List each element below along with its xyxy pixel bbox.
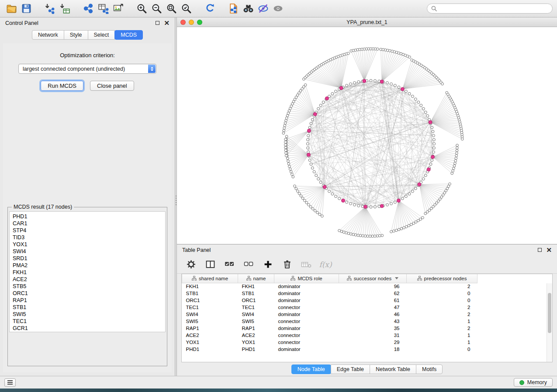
hide-graphics-button[interactable] (256, 2, 270, 15)
mcds-result-node[interactable]: TID3 (13, 234, 165, 241)
mcds-hub-node[interactable] (380, 80, 384, 83)
leaf-node[interactable] (287, 112, 290, 115)
graph-node[interactable] (307, 134, 310, 137)
table-cell[interactable]: dominator (274, 325, 339, 332)
graph-node[interactable] (310, 163, 312, 165)
table-cell[interactable]: dominator (274, 297, 339, 304)
zoom-fit-button[interactable] (164, 2, 178, 15)
leaf-node[interactable] (456, 149, 458, 152)
leaf-node[interactable] (381, 234, 384, 237)
tab-edge-table[interactable]: Edge Table (331, 364, 370, 374)
graph-node[interactable] (308, 126, 311, 129)
table-cell[interactable]: 62 (339, 290, 407, 297)
graph-node[interactable] (431, 126, 433, 129)
graph-node[interactable] (432, 147, 435, 149)
new-network-button[interactable] (81, 2, 95, 15)
window-close-icon[interactable] (180, 20, 186, 25)
graph-node[interactable] (331, 193, 334, 195)
table-cell[interactable]: 35 (339, 325, 407, 332)
graph-node[interactable] (317, 178, 320, 180)
mcds-result-node[interactable]: TEC1 (13, 318, 165, 325)
mcds-result-node[interactable]: CAR1 (13, 220, 165, 227)
table-cell[interactable]: ACE2 (238, 332, 274, 339)
mcds-result-node[interactable]: PMA2 (13, 262, 165, 269)
mcds-result-node[interactable]: PHD1 (13, 213, 165, 220)
import-network-file-button[interactable] (43, 2, 57, 15)
leaf-node[interactable] (282, 132, 285, 134)
search-box[interactable] (427, 3, 553, 14)
leaf-node[interactable] (419, 218, 422, 220)
leaf-node[interactable] (284, 124, 286, 127)
graph-node[interactable] (319, 181, 322, 184)
add-column-button[interactable] (263, 259, 273, 270)
table-cell[interactable]: dominator (274, 283, 339, 290)
table-cell[interactable]: RAP1 (182, 325, 238, 332)
graph-node[interactable] (433, 142, 436, 145)
table-cell[interactable]: dominator (274, 346, 339, 353)
leaf-node[interactable] (305, 201, 308, 204)
table-cell[interactable]: 46 (339, 311, 407, 318)
table-cell[interactable]: 2 (407, 325, 477, 332)
table-cell[interactable]: 18 (339, 346, 407, 353)
table-settings-button[interactable] (186, 259, 196, 270)
graph-node[interactable] (370, 206, 372, 208)
graph-node[interactable] (315, 174, 318, 177)
table-cell[interactable]: dominator (274, 311, 339, 318)
leaf-node[interactable] (453, 167, 455, 170)
clear-column-selection-button[interactable] (243, 259, 254, 270)
leaf-node[interactable] (451, 172, 453, 175)
graph-node[interactable] (349, 202, 352, 205)
leaf-node[interactable] (452, 170, 454, 172)
table-cell[interactable]: 61 (339, 297, 407, 304)
leaf-node[interactable] (453, 165, 456, 167)
graph-node[interactable] (422, 107, 425, 110)
table-row[interactable]: ORC1ORC1dominator610 (182, 297, 477, 304)
table-cell[interactable]: 1 (407, 339, 477, 346)
leaf-node[interactable] (284, 146, 287, 149)
leaf-node[interactable] (285, 152, 287, 155)
graph-node[interactable] (370, 79, 372, 82)
leaf-node[interactable] (287, 162, 290, 165)
leaf-node[interactable] (376, 48, 379, 51)
leaf-node[interactable] (301, 197, 304, 199)
tab-node-table[interactable]: Node Table (291, 364, 331, 374)
leaf-node[interactable] (392, 230, 395, 232)
leaf-node[interactable] (408, 224, 410, 227)
leaf-node[interactable] (283, 127, 286, 129)
leaf-node[interactable] (287, 160, 290, 162)
zoom-selected-button[interactable] (179, 2, 193, 15)
graph-node[interactable] (319, 104, 322, 107)
table-cell[interactable]: FKH1 (238, 283, 274, 290)
zoom-in-button[interactable] (135, 2, 149, 15)
graph-node[interactable] (386, 82, 388, 84)
graph-node[interactable] (426, 114, 429, 117)
graph-node[interactable] (357, 204, 360, 207)
mcds-hub-node[interactable] (363, 79, 366, 83)
table-cell[interactable]: dominator (274, 290, 339, 297)
tab-select[interactable]: Select (88, 30, 115, 40)
mcds-hub-node[interactable] (323, 185, 326, 189)
graph-node[interactable] (310, 122, 312, 125)
graph-node[interactable] (374, 79, 376, 82)
leaf-node[interactable] (284, 122, 287, 124)
graph-node[interactable] (313, 170, 315, 173)
node-table[interactable]: shared namenameMCDS rolesuccessor nodesp… (182, 274, 477, 353)
graph-node[interactable] (390, 83, 393, 85)
column-header-MCDS-role[interactable]: MCDS role (274, 274, 339, 283)
table-cell[interactable]: PHD1 (182, 346, 238, 353)
mcds-hub-node[interactable] (380, 204, 384, 208)
mcds-result-list[interactable]: PHD1CAR1STP4TID3YOX1SWI4SRD1PMA2FKH1ACE2… (9, 211, 166, 332)
leaf-node[interactable] (288, 165, 291, 168)
mcds-result-node[interactable]: RAP1 (13, 297, 165, 304)
search-input[interactable] (439, 6, 548, 12)
table-cell[interactable]: 29 (339, 339, 407, 346)
leaf-node[interactable] (357, 234, 360, 237)
graph-node[interactable] (411, 190, 414, 193)
table-cell[interactable]: 2 (407, 304, 477, 311)
graph-node[interactable] (328, 190, 331, 193)
leaf-node[interactable] (286, 114, 289, 117)
graph-node[interactable] (374, 206, 376, 208)
show-graphics-button[interactable] (271, 2, 285, 15)
table-cell[interactable]: TEC1 (238, 304, 274, 311)
graph-node[interactable] (311, 118, 314, 121)
